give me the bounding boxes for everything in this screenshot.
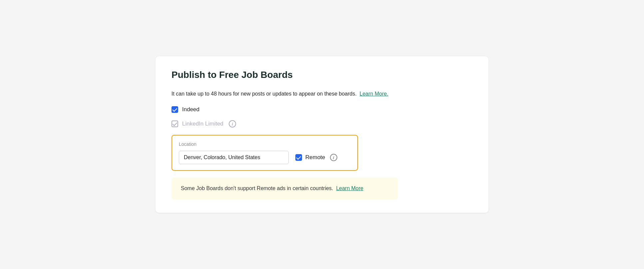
location-box: Location Remote i [171,135,358,171]
remote-row: Remote i [295,154,337,161]
location-label: Location [179,141,351,147]
remote-info-icon[interactable]: i [330,154,337,161]
subtitle-text: It can take up to 48 hours for new posts… [171,91,473,97]
indeed-row: Indeed [171,106,473,113]
remote-checkbox[interactable] [295,154,302,161]
warning-text: Some Job Boards don't support Remote ads… [181,185,333,191]
location-row: Remote i [179,151,351,164]
remote-label: Remote [305,154,325,161]
learn-more-link[interactable]: Learn More. [360,91,388,97]
linkedin-row: LinkedIn Limited i [171,120,473,128]
location-input[interactable] [179,151,289,164]
indeed-label: Indeed [182,106,199,113]
indeed-checkbox[interactable] [171,106,178,113]
warning-box: Some Job Boards don't support Remote ads… [171,177,398,199]
warning-learn-more-link[interactable]: Learn More [336,185,363,191]
publish-card: Publish to Free Job Boards It can take u… [156,56,488,213]
linkedin-checkbox[interactable] [171,121,178,127]
page-title: Publish to Free Job Boards [171,70,473,80]
linkedin-label: LinkedIn Limited [182,121,223,127]
linkedin-info-icon[interactable]: i [229,120,236,128]
